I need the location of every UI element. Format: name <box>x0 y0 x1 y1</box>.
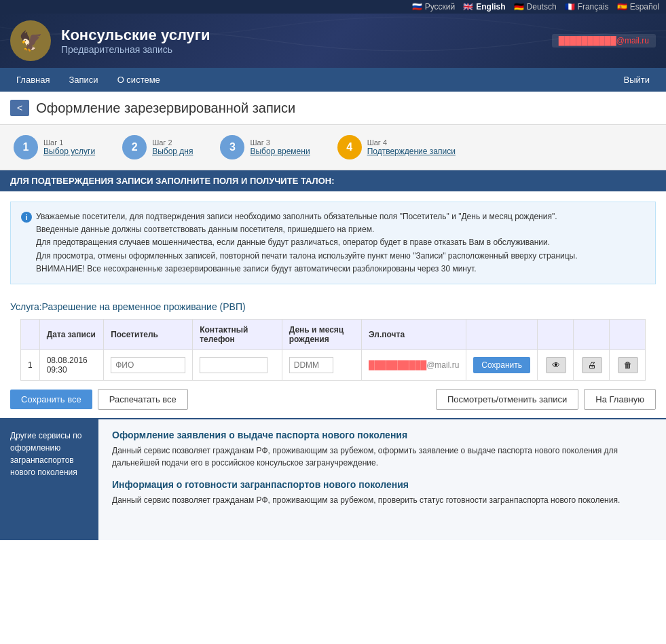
step-1-link[interactable]: Выбор услуги <box>43 147 95 156</box>
user-email: ██████████@mail.ru <box>552 34 656 48</box>
nav-records[interactable]: Записи <box>59 68 107 92</box>
lang-russian[interactable]: 🇷🇺 Русский <box>412 2 456 12</box>
row-visitor-cell <box>104 349 193 380</box>
step-4-label: Шаг 4 <box>367 138 456 147</box>
step-3-link[interactable]: Выбор времени <box>250 147 310 156</box>
nav-about[interactable]: О системе <box>108 68 170 92</box>
confirm-section-header: ДЛЯ ПОДТВЕРЖДЕНИЯ ЗАПИСИ ЗАПОЛНИТЕ ПОЛЯ … <box>0 170 666 191</box>
row-email-cell: ██████████@mail.ru <box>362 349 466 380</box>
visitor-input[interactable] <box>111 357 185 373</box>
info-message: Уважаемые посетители, для подтверждения … <box>36 210 645 276</box>
lang-german[interactable]: 🇩🇪 Deutsch <box>514 2 557 12</box>
step-2-link[interactable]: Выбор дня <box>152 147 193 156</box>
step-4-circle: 4 <box>337 135 362 159</box>
col-phone: Контактный телефон <box>193 319 282 349</box>
records-section: Дата записи Посетитель Контактный телефо… <box>0 319 666 381</box>
records-table: Дата записи Посетитель Контактный телефо… <box>20 319 646 381</box>
save-all-button[interactable]: Сохранить все <box>10 390 92 409</box>
print-all-button[interactable]: Распечатать все <box>98 389 188 410</box>
step-2: 2 Шаг 2 Выбор дня <box>122 135 193 159</box>
step-4-info: Шаг 4 Подтверждение записи <box>367 138 456 156</box>
row-delete-button[interactable]: 🗑 <box>618 357 638 373</box>
site-header: 🦅 Консульские услуги Предварительная зап… <box>0 14 666 68</box>
view-cancel-button[interactable]: Посмотреть/отменить записи <box>436 389 578 410</box>
site-title: Консульские услуги <box>61 26 210 44</box>
col-visitor: Посетитель <box>104 319 193 349</box>
row-save-cell: Сохранить <box>466 349 538 380</box>
row-print-cell: 🖨 <box>573 349 609 380</box>
footer-service-2-text: Данный сервис позволяет гражданам РФ, пр… <box>112 494 652 506</box>
site-logo: 🦅 <box>10 20 51 61</box>
back-button[interactable]: < <box>10 100 29 116</box>
steps-bar: 1 Шаг 1 Выбор услуги 2 Шаг 2 Выбор дня 3… <box>0 125 666 170</box>
row-num: 1 <box>21 349 40 380</box>
footer-section: Другие сервисы по оформлению загранпаспо… <box>0 418 666 540</box>
page-title: Оформление зарезервированной записи <box>36 100 295 116</box>
col-date: Дата записи <box>39 319 104 349</box>
step-2-label: Шаг 2 <box>152 138 193 147</box>
step-3-circle: 3 <box>220 135 244 159</box>
lang-french[interactable]: 🇫🇷 Français <box>565 2 609 12</box>
header-text-block: Консульские услуги Предварительная запис… <box>61 26 210 55</box>
language-bar: 🇷🇺 Русский 🇬🇧 English 🇩🇪 Deutsch 🇫🇷 Fran… <box>0 0 666 14</box>
phone-input[interactable] <box>200 357 267 373</box>
service-title: Услуга:Разрешение на временное проживани… <box>0 295 666 319</box>
info-box: i Уважаемые посетители, для подтверждени… <box>10 202 656 284</box>
table-row: 1 08.08.2016 09:30 ██████████@mail.ru <box>21 349 646 380</box>
row-date: 08.08.2016 09:30 <box>39 349 104 380</box>
step-3-label: Шаг 3 <box>250 138 310 147</box>
row-birthday-cell <box>282 349 361 380</box>
col-icon1 <box>537 319 573 349</box>
step-3-info: Шаг 3 Выбор времени <box>250 138 310 156</box>
row-print-button[interactable]: 🖨 <box>582 357 602 373</box>
page-header: < Оформление зарезервированной записи <box>0 92 666 125</box>
main-nav: Главная Записи О системе Выйти <box>0 68 666 92</box>
footer-service-2-title[interactable]: Информация о готовности загранпаспортов … <box>112 479 652 490</box>
footer-service-1-text: Данный сервис позволяет гражданам РФ, пр… <box>112 444 652 469</box>
row-view-button[interactable]: 👁 <box>546 357 566 373</box>
row-phone-cell <box>193 349 282 380</box>
lang-spanish[interactable]: 🇪🇸 Español <box>617 2 659 12</box>
step-1-info: Шаг 1 Выбор услуги <box>43 138 95 156</box>
footer-sidebar-label: Другие сервисы по оформлению загранпаспо… <box>10 431 81 477</box>
step-4: 4 Шаг 4 Подтверждение записи <box>337 135 456 159</box>
col-email: Эл.почта <box>362 319 466 349</box>
row-eye-cell: 👁 <box>537 349 573 380</box>
col-actions <box>466 319 538 349</box>
step-2-info: Шаг 2 Выбор дня <box>152 138 193 156</box>
row-save-button[interactable]: Сохранить <box>473 357 530 373</box>
step-1-label: Шаг 1 <box>43 138 95 147</box>
site-subtitle: Предварительная запись <box>61 44 210 55</box>
lang-english[interactable]: 🇬🇧 English <box>463 2 505 12</box>
info-icon: i <box>21 212 32 223</box>
bottom-actions: Сохранить все Распечатать все Посмотреть… <box>0 381 666 418</box>
col-birthday: День и месяц рождения <box>282 319 361 349</box>
col-icon3 <box>609 319 645 349</box>
footer-sidebar: Другие сервисы по оформлению загранпаспо… <box>0 419 98 540</box>
footer-services: Оформление заявления о выдаче паспорта н… <box>98 419 666 540</box>
step-2-circle: 2 <box>122 135 147 159</box>
col-icon2 <box>573 319 609 349</box>
home-button[interactable]: На Главную <box>584 389 656 410</box>
logout-button[interactable]: Выйти <box>614 68 660 92</box>
step-1-circle: 1 <box>14 135 38 159</box>
footer-service-1-title[interactable]: Оформление заявления о выдаче паспорта н… <box>112 430 652 440</box>
row-delete-cell: 🗑 <box>609 349 645 380</box>
right-buttons: Посмотреть/отменить записи На Главную <box>436 389 656 410</box>
step-3: 3 Шаг 3 Выбор времени <box>220 135 310 159</box>
col-num <box>21 319 40 349</box>
nav-home[interactable]: Главная <box>7 68 59 92</box>
step-1: 1 Шаг 1 Выбор услуги <box>14 135 95 159</box>
step-4-link[interactable]: Подтверждение записи <box>367 147 456 156</box>
birthday-input[interactable] <box>289 357 333 373</box>
